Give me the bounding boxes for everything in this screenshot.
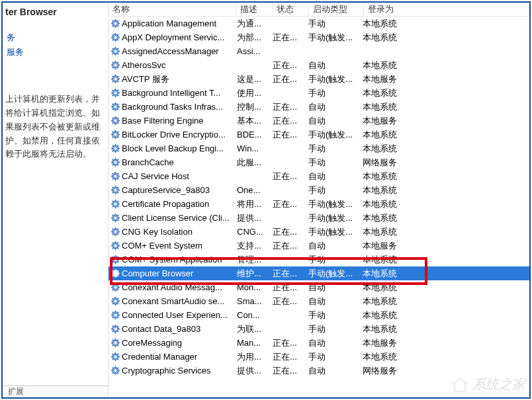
service-name: CAJ Service Host bbox=[122, 171, 189, 181]
service-row[interactable]: CaptureService_9a803One...手动本地系统 bbox=[109, 183, 529, 197]
svg-line-198 bbox=[112, 290, 112, 290]
svg-point-231 bbox=[114, 342, 116, 344]
svg-line-139 bbox=[117, 201, 118, 202]
svg-line-29 bbox=[117, 48, 118, 49]
sidebar-link-restart[interactable]: 服务 bbox=[7, 45, 105, 60]
service-startup: 手动(触发... bbox=[304, 73, 359, 85]
service-startup: 自动 bbox=[304, 337, 359, 349]
svg-point-181 bbox=[114, 272, 116, 275]
service-description: Win... bbox=[233, 143, 269, 153]
service-row[interactable]: Connected User Experien...Con...手动本地系统 bbox=[109, 308, 529, 322]
view-tab-strip[interactable]: 扩展 bbox=[3, 385, 108, 397]
gear-icon bbox=[110, 241, 120, 251]
service-description: One... bbox=[233, 185, 269, 195]
service-row[interactable]: Credential Manager为用...正在...手动本地系统 bbox=[109, 350, 529, 364]
service-logon: 本地系统 bbox=[359, 296, 529, 307]
gear-icon bbox=[110, 324, 120, 335]
service-name: Base Filtering Engine bbox=[122, 116, 204, 126]
service-description: 这是... bbox=[233, 73, 269, 85]
service-name: Connected User Experien... bbox=[122, 310, 228, 320]
svg-line-26 bbox=[112, 48, 112, 49]
service-row[interactable]: Computer Browser维护...正在...手动(触发...本地系统 bbox=[109, 266, 529, 280]
svg-line-169 bbox=[117, 243, 118, 243]
svg-line-119 bbox=[117, 173, 118, 174]
services-window: ter Browser 务 服务 上计算机的更新列表，并将给计算机指定浏览。如果… bbox=[1, 1, 531, 399]
gear-icon bbox=[110, 199, 120, 210]
svg-point-71 bbox=[114, 120, 116, 122]
svg-point-221 bbox=[114, 328, 116, 331]
service-row[interactable]: Certificate Propagation将用...正在...手动(触发..… bbox=[109, 197, 529, 211]
service-row[interactable]: Conexant Audio Messag...Mon...正在...自动本地系… bbox=[109, 280, 529, 294]
service-name: Client License Service (Cli... bbox=[122, 213, 230, 223]
gear-icon bbox=[110, 282, 120, 293]
service-status: 正在... bbox=[269, 226, 304, 238]
svg-point-251 bbox=[114, 370, 116, 372]
service-row[interactable]: CAJ Service Host正在...自动本地系统 bbox=[109, 169, 529, 183]
service-logon: 本地系统 bbox=[359, 282, 529, 294]
service-row[interactable]: Client License Service (Cli...提供...手动(触发… bbox=[109, 211, 529, 225]
svg-line-138 bbox=[112, 206, 112, 207]
svg-point-51 bbox=[114, 92, 116, 95]
service-row[interactable]: AVCTP 服务这是...正在...手动(触发...本地服务 bbox=[109, 72, 529, 86]
service-row[interactable]: BitLocker Drive Encryptio...BDE...正在...手… bbox=[109, 128, 529, 141]
service-logon: 本地系统 bbox=[359, 129, 529, 141]
svg-line-79 bbox=[117, 118, 118, 118]
sidebar-link-stop[interactable]: 务 bbox=[7, 30, 105, 45]
column-logon[interactable]: 登录为 bbox=[364, 3, 529, 16]
svg-line-246 bbox=[112, 354, 112, 354]
column-name[interactable]: 名称 bbox=[109, 3, 236, 16]
service-startup: 手动 bbox=[304, 323, 359, 335]
service-logon: 本地系统 bbox=[359, 254, 529, 266]
service-logon: 本地系统 bbox=[359, 87, 529, 99]
service-row[interactable]: AssignedAccessManagerAssi... bbox=[109, 44, 529, 58]
selected-service-description: 上计算机的更新列表，并将给计算机指定浏览。如果服列表不会被更新或维护。如禁用，任… bbox=[5, 93, 105, 161]
svg-point-91 bbox=[114, 147, 116, 150]
svg-line-69 bbox=[117, 104, 118, 104]
service-row[interactable]: COM+ System Application管理...手动本地系统 bbox=[109, 253, 529, 266]
service-startup: 手动 bbox=[304, 87, 359, 99]
service-status: 正在... bbox=[269, 171, 304, 182]
svg-line-46 bbox=[112, 76, 112, 77]
service-description: 使用... bbox=[233, 87, 269, 99]
service-row[interactable]: Block Level Backup Engi...Win...手动本地系统 bbox=[109, 141, 529, 155]
service-logon: 本地服务 bbox=[359, 240, 529, 252]
service-row[interactable]: CoreMessagingMan...正在...自动本地服务 bbox=[109, 336, 529, 350]
service-row[interactable]: Cryptographic Services提供...正在...自动网络服务 bbox=[109, 364, 529, 378]
service-row[interactable]: Background Intelligent T...使用...手动本地系统 bbox=[109, 86, 529, 100]
service-name: Background Tasks Infras... bbox=[122, 102, 223, 112]
svg-point-131 bbox=[114, 203, 116, 206]
gear-icon bbox=[110, 88, 120, 99]
gear-icon bbox=[110, 46, 120, 57]
service-row[interactable]: CNG Key IsolationCNG...正在...手动(触发...本地系统 bbox=[109, 225, 529, 239]
svg-line-56 bbox=[112, 90, 112, 91]
service-startup: 手动(触发... bbox=[304, 32, 359, 44]
service-logon: 本地系统 bbox=[359, 212, 529, 224]
service-row[interactable]: Application Management为通...手动本地系统 bbox=[109, 17, 529, 30]
svg-line-36 bbox=[112, 62, 112, 63]
column-description[interactable]: 描述 bbox=[236, 3, 273, 16]
svg-point-81 bbox=[114, 134, 116, 136]
service-row[interactable]: Base Filtering Engine基本...正在...自动本地服务 bbox=[109, 114, 529, 128]
service-row[interactable]: AppX Deployment Servic...为部...正在...手动(触发… bbox=[109, 30, 529, 44]
service-row[interactable]: Contact Data_9a803为联...手动本地系统 bbox=[109, 322, 529, 336]
column-headers[interactable]: 名称 描述 状态 启动类型 登录为 bbox=[109, 3, 529, 17]
service-row[interactable]: Conexant SmartAudio se...Sma...正在...自动本地… bbox=[109, 294, 529, 308]
svg-line-58 bbox=[112, 95, 112, 96]
column-status[interactable]: 状态 bbox=[273, 3, 309, 16]
service-row[interactable]: AtherosSvc正在...自动本地系统 bbox=[109, 58, 529, 72]
service-row[interactable]: BranchCache此服...手动网络服务 bbox=[109, 155, 529, 169]
column-startup[interactable]: 启动类型 bbox=[309, 3, 364, 16]
svg-line-229 bbox=[117, 326, 118, 327]
service-logon: 本地系统 bbox=[359, 60, 529, 71]
svg-line-258 bbox=[112, 373, 112, 374]
svg-line-108 bbox=[112, 165, 112, 165]
svg-line-78 bbox=[112, 123, 112, 124]
service-name: AssignedAccessManager bbox=[122, 46, 219, 56]
service-startup: 手动 bbox=[304, 254, 359, 266]
service-status: 正在... bbox=[269, 240, 304, 252]
service-name: Cryptographic Services bbox=[122, 366, 210, 376]
service-row[interactable]: COM+ Event System支持...正在...自动本地服务 bbox=[109, 239, 529, 253]
service-row[interactable]: Background Tasks Infras...控制...正在...自动本地… bbox=[109, 100, 529, 114]
svg-line-98 bbox=[112, 151, 112, 151]
svg-line-228 bbox=[112, 331, 112, 332]
